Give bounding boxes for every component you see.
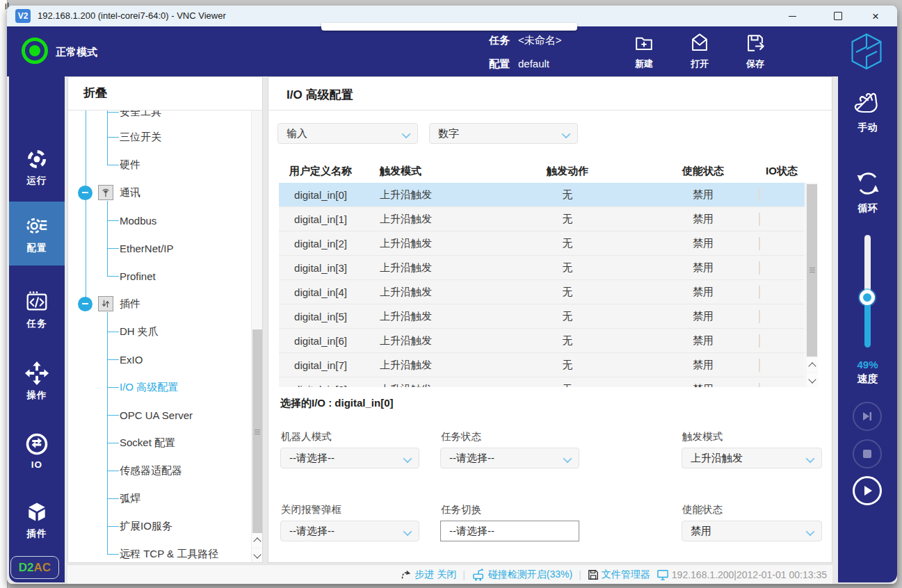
selected-io-value: digital_in[0]: [335, 397, 393, 409]
sidebar-item-run[interactable]: 运行: [9, 139, 65, 195]
close-alarm-select[interactable]: --请选择--: [280, 521, 419, 541]
brand-cube-logo: [848, 32, 885, 71]
new-task-button[interactable]: 新建: [622, 31, 666, 74]
tree-item-exio[interactable]: ExIO: [68, 347, 249, 372]
tree-item-hardware[interactable]: 硬件: [68, 152, 249, 177]
table-scroll-down-button[interactable]: [806, 373, 818, 387]
tree-item-arc-welding[interactable]: 弧焊: [68, 486, 249, 511]
sidebar-item-task[interactable]: 任务: [9, 281, 65, 337]
tree-item-opc-ua-server[interactable]: OPC UA Server: [68, 402, 249, 427]
tree-scroll-up-button[interactable]: [252, 533, 262, 547]
collapse-minus-icon[interactable]: [78, 186, 92, 200]
cycle-arrows-icon: [853, 168, 883, 199]
manual-mode-button[interactable]: 手动: [838, 90, 897, 134]
tree-item-modbus[interactable]: Modbus: [68, 208, 249, 233]
stop-button[interactable]: [853, 439, 882, 468]
gear-icon: [24, 213, 50, 239]
chevron-down-icon: [808, 375, 816, 383]
table-row[interactable]: digital_in[5]上升沿触发无禁用: [279, 304, 805, 329]
close-button[interactable]: ×: [860, 6, 892, 26]
move-arrows-icon: [24, 360, 50, 386]
save-disk-icon: [743, 31, 768, 56]
sidebar-item-operate[interactable]: 操作: [9, 353, 65, 409]
sidebar-item-label: 任务: [27, 318, 47, 330]
tree-scrollbar[interactable]: [251, 111, 262, 562]
io-state-checkbox: [759, 286, 760, 299]
table-row[interactable]: digital_in[1]上升沿触发无禁用: [279, 207, 805, 231]
table-scroll-up-button[interactable]: [806, 358, 818, 372]
io-type-select[interactable]: 数字: [429, 123, 578, 144]
collapse-minus-icon[interactable]: [78, 297, 92, 311]
robot-mode-select[interactable]: --请选择--: [280, 448, 419, 468]
trigger-mode-select[interactable]: 上升沿触发: [682, 448, 822, 468]
col-trigger-mode: 触发模式: [362, 165, 488, 178]
tree-item-remote-tcp-tool-path[interactable]: 远程 TCP & 工具路径: [68, 541, 249, 562]
vnc-toolbar-tab[interactable]: [321, 23, 577, 31]
open-task-button[interactable]: 打开: [677, 31, 722, 74]
minimize-button[interactable]: [776, 6, 808, 26]
selected-io-label: 选择的I/O :: [280, 397, 335, 409]
table-row[interactable]: digital_in[0]上升沿触发无禁用: [279, 183, 805, 207]
table-scrollbar[interactable]: [805, 183, 818, 387]
file-manager-link[interactable]: 文件管理器: [588, 569, 650, 581]
tree-item-ethernet-ip[interactable]: EtherNet/IP: [68, 236, 249, 261]
io-direction-select[interactable]: 输入: [277, 123, 418, 144]
loop-label: 循环: [858, 202, 878, 215]
manual-label: 手动: [858, 122, 878, 134]
tree-item-three-position-switch[interactable]: 三位开关: [68, 124, 249, 149]
speed-percentage: 49%: [838, 359, 897, 370]
tree-item-extended-io-service[interactable]: 扩展IO服务: [68, 514, 249, 539]
tree-scroll-down-button[interactable]: [252, 548, 262, 562]
maximize-button[interactable]: [822, 6, 854, 26]
io-state-checkbox: [759, 188, 760, 202]
sidebar-item-config[interactable]: 配置: [9, 202, 65, 266]
task-switch-input[interactable]: --请选择--: [440, 521, 579, 541]
play-button[interactable]: [853, 476, 882, 505]
robot-mode-label: 机器人模式: [281, 430, 332, 443]
code-window-icon: [24, 288, 50, 315]
io-state-checkbox: [759, 334, 760, 348]
table-row[interactable]: digital_in[6]上升沿触发无禁用: [279, 329, 805, 353]
task-switch-label: 任务切换: [441, 503, 481, 516]
badge-ac: AC: [34, 561, 51, 575]
enable-state-select[interactable]: 禁用: [682, 521, 822, 541]
tree-scrollbar-thumb[interactable]: [252, 329, 262, 534]
enable-state-label: 使能状态: [682, 503, 723, 516]
mode-status-icon: [22, 38, 48, 64]
sidebar-item-label: 插件: [27, 528, 47, 540]
step-status[interactable]: 步进 关闭: [401, 569, 456, 581]
connection-info: 192.168.1.200|2012-01-01 00:13:35: [657, 569, 827, 580]
updown-arrows-icon: [98, 296, 113, 311]
status-bar: 步进 关闭 | 碰撞检测开启(33%) | 文件管理器: [67, 564, 832, 584]
table-row[interactable]: digital_in[3]上升沿触发无禁用: [279, 256, 805, 280]
table-scrollbar-thumb[interactable]: [807, 184, 817, 357]
sidebar-item-label: 操作: [27, 389, 47, 402]
sidebar-item-plugin[interactable]: 插件: [9, 492, 65, 548]
tree-item-io-advanced-config[interactable]: I/O 高级配置: [68, 375, 249, 400]
tree-node-communication[interactable]: 通讯: [68, 180, 249, 205]
save-task-button[interactable]: 保存: [733, 31, 778, 74]
speed-slider-thumb[interactable]: [860, 290, 875, 305]
io-state-checkbox: [759, 213, 760, 226]
tree-item-profinet[interactable]: Profinet: [68, 263, 249, 288]
tree-item-socket-config[interactable]: Socket 配置: [68, 430, 249, 455]
loop-mode-button[interactable]: 循环: [838, 168, 897, 215]
task-state-select[interactable]: --请选择--: [440, 448, 579, 468]
tree-item-dh-gripper[interactable]: DH 夹爪: [68, 319, 249, 344]
sidebar-item-io[interactable]: IO: [9, 423, 65, 478]
table-row[interactable]: digital_in[4]上升沿触发无禁用: [279, 280, 805, 304]
tree-item-safety-tool[interactable]: 安全工具: [68, 111, 249, 124]
skip-next-icon: [861, 410, 873, 423]
table-row[interactable]: digital_in[7]上升沿触发无禁用: [279, 353, 805, 377]
tree-item-sensor-adapter[interactable]: 传感器适配器: [68, 458, 249, 483]
io-state-checkbox: [759, 237, 760, 250]
new-button-label: 新建: [635, 58, 653, 70]
table-row[interactable]: digital_in[2]上升沿触发无禁用: [279, 231, 805, 256]
table-row-partial[interactable]: digital_in[8]上升沿触发无禁用: [279, 377, 805, 387]
antenna-icon: [98, 185, 113, 200]
tree-node-plugins[interactable]: 插件: [68, 291, 249, 316]
collision-detection-status[interactable]: 碰撞检测开启(33%): [472, 569, 572, 581]
tree-collapse-header[interactable]: 折叠: [83, 85, 107, 101]
page-title: I/O 高级配置: [287, 87, 353, 103]
step-forward-button[interactable]: [853, 402, 882, 431]
